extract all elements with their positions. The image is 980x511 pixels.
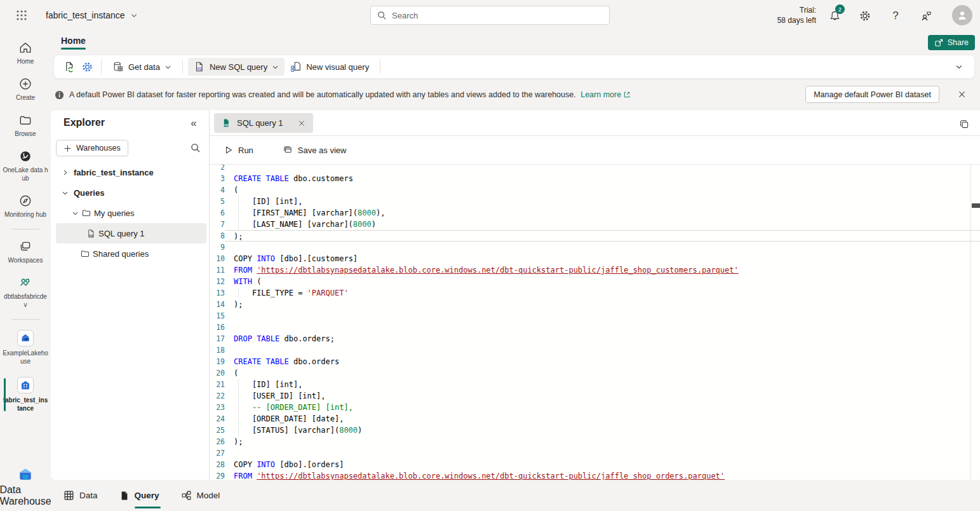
rail-label: Browse (15, 130, 36, 138)
explorer-collapse-button[interactable]: « (186, 116, 201, 131)
notifications-button[interactable]: 2 (828, 9, 842, 23)
code-token: [dbo].[customers] (275, 254, 358, 263)
tree-node-warehouse-root[interactable]: fabric_test_instance (51, 162, 209, 182)
add-warehouses-button[interactable]: Warehouses (56, 140, 128, 156)
code-line[interactable]: 8); (210, 230, 980, 242)
code-line[interactable]: 2 (210, 165, 980, 173)
tree-node-my-queries[interactable]: My queries (51, 203, 209, 223)
code-line[interactable]: 9 (210, 242, 980, 253)
code-line[interactable]: 14); (210, 299, 980, 310)
tab-close-button[interactable] (298, 119, 305, 127)
code-line[interactable]: 23 -- [ORDER_DATE] [int], (210, 402, 980, 413)
rail-item-workspaces[interactable]: Workspaces (0, 236, 51, 268)
indent-guide (238, 207, 239, 219)
code-token: 8000 (339, 426, 358, 435)
code-line[interactable]: 13 FILE_TYPE = 'PARQUET' (210, 287, 980, 299)
tree-node-queries[interactable]: Queries (51, 182, 209, 203)
run-button[interactable]: Run (219, 142, 258, 158)
chevron-right-icon[interactable] (58, 169, 71, 176)
code-line[interactable]: 27 (210, 447, 980, 459)
main-area: Home Share Get data SQL New SQL query Ne… (51, 31, 980, 511)
account-avatar[interactable] (952, 5, 972, 25)
save-as-view-button[interactable]: Save as view (278, 142, 352, 158)
new-sql-query-button[interactable]: SQL New SQL query (188, 58, 285, 76)
code-line[interactable]: 22 [USER_ID] [int], (210, 390, 980, 402)
rail-item-fabric-test-instance[interactable]: fabric_test_instance (0, 373, 51, 416)
external-link-icon (623, 91, 631, 99)
view-tab-query[interactable]: Query (119, 491, 159, 501)
editor-scrollbar-track (970, 165, 971, 480)
code-line[interactable]: 5 [ID] [int], (210, 196, 980, 207)
tree-node-shared-queries[interactable]: Shared queries (51, 243, 209, 264)
query-tab-sql-query-1[interactable]: SQL SQL query 1 (214, 113, 313, 133)
rail-label: ExampleLakehouse (3, 349, 48, 365)
line-number: 22 (210, 390, 225, 402)
copy-button[interactable] (957, 117, 971, 131)
save-view-icon (283, 145, 293, 155)
feedback-icon (920, 10, 932, 22)
editor-scrollbar-thumb[interactable] (972, 203, 980, 208)
code-line[interactable]: 20( (210, 367, 980, 379)
code-line[interactable]: 4( (210, 184, 980, 196)
code-line[interactable]: 17DROP TABLE dbo.orders; (210, 333, 980, 344)
rail-item-examplelakehouse[interactable]: ExampleLakehouse (0, 326, 51, 369)
help-button[interactable]: ? (889, 9, 903, 23)
workspace-switcher[interactable]: fabric_test_instance (46, 0, 138, 31)
code-line[interactable]: 10COPY INTO [dbo].[customers] (210, 253, 980, 264)
feedback-button[interactable] (919, 9, 933, 23)
banner-close-button[interactable] (955, 87, 969, 101)
code-token: INTO (257, 254, 275, 263)
help-icon: ? (892, 10, 898, 22)
line-number: 12 (210, 276, 225, 287)
gear-icon (81, 61, 93, 73)
settings-button[interactable] (858, 9, 872, 23)
rail-item-onelake-data-hub[interactable]: OneLake data hub (0, 146, 51, 186)
top-bar: fabric_test_instance Trial: 58 days left… (0, 0, 980, 31)
chevron-down-icon[interactable] (69, 210, 81, 217)
tab-home[interactable]: Home (52, 33, 95, 48)
tree-node-label: SQL query 1 (98, 229, 145, 238)
get-data-button[interactable]: Get data (107, 58, 177, 76)
new-visual-query-button[interactable]: New visual query (285, 58, 375, 76)
code-line[interactable]: 25 [STATUS] [varchar](8000) (210, 425, 980, 436)
rail-item-monitoring-hub[interactable]: Monitoring hub (0, 190, 51, 222)
code-line[interactable]: 28COPY INTO [dbo].[orders] (210, 459, 980, 470)
code-line[interactable]: 6 [FIRST_NAME] [varchar](8000), (210, 207, 980, 219)
rail-item-home[interactable]: Home (0, 37, 51, 69)
sql-document-icon: SQL (222, 118, 231, 128)
manage-default-dataset-button[interactable]: Manage default Power BI dataset (805, 86, 939, 103)
code-line[interactable]: 29FROM 'https://dbtlabsynapsedatalake.bl… (210, 470, 980, 480)
code-line[interactable]: 24 [ORDER_DATE] [date], (210, 413, 980, 425)
code-line[interactable]: 3CREATE TABLE dbo.customers (210, 173, 980, 184)
app-launcher-icon[interactable] (13, 6, 30, 24)
learn-more-link[interactable]: Learn more (581, 90, 631, 99)
search-input[interactable] (392, 11, 603, 20)
view-tab-data[interactable]: Data (64, 490, 98, 501)
code-line[interactable]: 26); (210, 436, 980, 447)
code-line[interactable]: 15 (210, 310, 980, 322)
ribbon-collapse-button[interactable] (951, 59, 967, 74)
code-line[interactable]: 16 (210, 322, 980, 333)
code-line[interactable]: 7 [LAST_NAME] [varchar](8000) (210, 219, 980, 230)
code-line[interactable]: 12WITH ( (210, 276, 980, 287)
chevron-down-icon[interactable] (58, 189, 71, 196)
rail-item-dbtlabsfabricdev[interactable]: dbtlabsfabricdev (0, 272, 51, 313)
sql-document-icon: SQL (194, 61, 205, 72)
refresh-dataset-button[interactable] (60, 58, 78, 76)
tree-node-sql-query-1[interactable]: SQL SQL query 1 (56, 223, 206, 243)
rail-item-browse[interactable]: Browse (0, 109, 51, 142)
code-token (261, 174, 265, 183)
ribbon-settings-button[interactable] (78, 58, 96, 76)
view-tab-model[interactable]: Model (181, 490, 220, 501)
sql-code-editor[interactable]: 23CREATE TABLE dbo.customers4(5 [ID] [in… (210, 165, 980, 480)
code-line[interactable]: 21 [ID] [int], (210, 379, 980, 390)
rail-item-create[interactable]: Create (0, 73, 51, 106)
warehouse-icon (17, 377, 34, 393)
code-line[interactable]: 18 (210, 344, 980, 356)
explorer-search-button[interactable] (187, 140, 204, 156)
code-line[interactable]: 19CREATE TABLE dbo.orders (210, 356, 980, 367)
share-button[interactable]: Share (928, 35, 975, 50)
code-line[interactable]: 11FROM 'https://dbtlabsynapsedatalake.bl… (210, 264, 980, 276)
rail-label: dbtlabsfabricdev (3, 292, 48, 309)
rail-item-data-warehouse[interactable]: Data Warehouse (0, 466, 51, 507)
